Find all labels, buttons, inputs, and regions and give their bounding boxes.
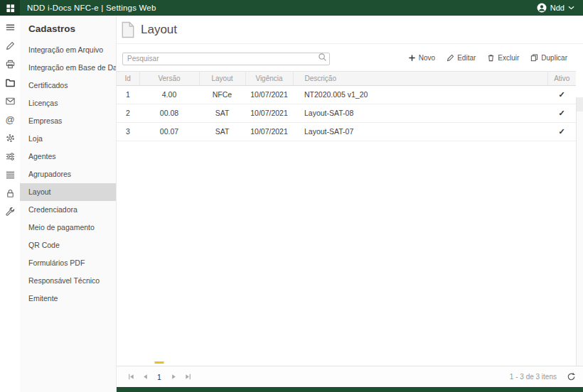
rows-icon[interactable] — [4, 170, 16, 180]
toolbar-row: Novo Editar Excluir — [122, 51, 577, 65]
cell-ativo: ✓ — [547, 85, 576, 104]
duplicar-button[interactable]: Duplicar — [530, 54, 567, 62]
user-name: Ndd — [550, 4, 565, 12]
cell-versao: 00.08 — [139, 104, 199, 122]
wrench-icon[interactable] — [4, 207, 16, 217]
content-area: Novo Editar Excluir — [117, 44, 583, 366]
column-header-id[interactable]: Id — [117, 71, 139, 85]
check-icon: ✓ — [558, 109, 565, 117]
sidebar-item-qr-code[interactable]: QR Code — [20, 236, 116, 254]
icon-rail: @ — [0, 16, 20, 392]
pager-info: 1 - 3 de 3 itens — [510, 373, 557, 381]
sidebar-menu: Integração em ArquivoIntegração em Base … — [20, 41, 116, 307]
sidebar-item-loja[interactable]: Loja — [20, 130, 116, 148]
trash-icon — [487, 54, 495, 62]
cell-layout: SAT — [199, 104, 245, 122]
search-box — [122, 51, 330, 65]
folder-icon[interactable] — [4, 77, 16, 88]
mail-icon[interactable] — [4, 96, 16, 107]
layout-table: Id Versão Layout Vigência Descrição Ativ… — [117, 71, 576, 141]
sidebar-item-responsavel-tecnico[interactable]: Responsável Técnico — [20, 272, 116, 290]
pager-page-1[interactable]: 1 — [152, 371, 166, 383]
editar-button[interactable]: Editar — [446, 54, 476, 62]
column-header-descricao[interactable]: Descrição — [293, 71, 547, 85]
apps-grid-icon — [6, 4, 15, 13]
column-header-versao[interactable]: Versão — [139, 71, 199, 85]
sidebar-item-credenciadora[interactable]: Credenciadora — [20, 201, 116, 219]
novo-label: Novo — [419, 54, 435, 62]
layout-table-body: 14.00NFCe10/07/2021NT2020.005 v1_20✓200.… — [117, 85, 576, 141]
table-row[interactable]: 300.07SAT10/07/2021Layout-SAT-07✓ — [117, 122, 576, 141]
app-title: NDD i-Docs NFC-e | Settings Web — [27, 4, 156, 12]
table-row[interactable]: 14.00NFCe10/07/2021NT2020.005 v1_20✓ — [117, 85, 576, 104]
cell-vigencia: 10/07/2021 — [245, 85, 293, 104]
sidebar-item-agrupadores[interactable]: Agrupadores — [20, 165, 116, 183]
column-header-ativo[interactable]: Ativo — [547, 71, 576, 85]
arrow-left-icon — [141, 373, 149, 381]
pager-right: 1 - 3 de 3 itens — [510, 372, 576, 381]
pen-icon[interactable] — [4, 40, 16, 51]
sidebar-item-licencas[interactable]: Licenças — [20, 94, 116, 112]
copy-icon — [530, 54, 538, 62]
excluir-button[interactable]: Excluir — [487, 54, 519, 62]
at-icon[interactable]: @ — [4, 114, 16, 125]
plus-icon — [408, 54, 416, 62]
sidebar-item-integracao-em-arquivo[interactable]: Integração em Arquivo — [20, 41, 116, 59]
cell-layout: SAT — [199, 122, 245, 141]
excluir-label: Excluir — [498, 54, 519, 62]
user-menu[interactable]: Ndd — [537, 3, 583, 13]
cell-descricao: Layout-SAT-08 — [293, 104, 547, 122]
cell-versao: 00.07 — [139, 122, 199, 141]
pencil-icon — [446, 54, 454, 62]
next-page-button[interactable] — [166, 371, 181, 383]
cell-versao: 4.00 — [139, 85, 199, 104]
table-row[interactable]: 200.08SAT10/07/2021Layout-SAT-08✓ — [117, 104, 576, 122]
sidebar-item-agentes[interactable]: Agentes — [20, 148, 116, 165]
chevron-down-icon — [568, 6, 574, 10]
sidebar-item-certificados[interactable]: Certificados — [20, 77, 116, 94]
sidebar: Cadastros Integração em ArquivoIntegraçã… — [20, 16, 117, 392]
current-page-number: 1 — [157, 373, 161, 381]
sidebar-item-layout[interactable]: Layout — [20, 183, 116, 201]
cell-id: 2 — [117, 104, 139, 122]
search-input[interactable] — [122, 53, 330, 65]
sidebar-item-empresas[interactable]: Empresas — [20, 112, 116, 130]
sidebar-item-formularios-pdf[interactable]: Formulários PDF — [20, 254, 116, 272]
cell-ativo: ✓ — [547, 104, 576, 122]
cell-ativo: ✓ — [547, 122, 576, 141]
seek-end-button[interactable] — [181, 371, 195, 383]
seek-first-button[interactable] — [124, 371, 138, 383]
cell-id: 3 — [117, 122, 139, 141]
duplicar-label: Duplicar — [541, 54, 567, 62]
sliders-icon[interactable] — [4, 151, 16, 162]
lock-icon[interactable] — [4, 188, 16, 199]
novo-button[interactable]: Novo — [408, 54, 435, 62]
cell-vigencia: 10/07/2021 — [245, 122, 293, 141]
printer-icon[interactable] — [4, 59, 16, 70]
seek-first-icon — [127, 373, 135, 381]
bottom-strip — [117, 387, 583, 392]
search-icon[interactable] — [318, 53, 327, 62]
pager: 1 1 - 3 de 3 itens — [117, 366, 583, 387]
menu-icon[interactable] — [4, 22, 16, 33]
page-header: Layout — [117, 16, 583, 44]
page-title: Layout — [141, 23, 177, 37]
cell-descricao: NT2020.005 v1_20 — [293, 85, 547, 104]
editar-label: Editar — [457, 54, 476, 62]
toolbar-buttons: Novo Editar Excluir — [408, 54, 567, 62]
apps-grid-button[interactable] — [0, 0, 20, 16]
user-avatar-icon — [537, 3, 547, 13]
shell: @ Cadastros Integração em ArquivoIntegra… — [0, 16, 583, 392]
sidebar-item-integracao-em-base-de-dados[interactable]: Integração em Base de Dados — [20, 59, 116, 77]
sidebar-item-meio-de-pagamento[interactable]: Meio de pagamento — [20, 219, 116, 236]
sidebar-item-emitente[interactable]: Emitente — [20, 290, 116, 307]
app-window: NDD i-Docs NFC-e | Settings Web Ndd — [0, 0, 583, 392]
check-icon: ✓ — [558, 127, 565, 136]
column-header-vigencia[interactable]: Vigência — [245, 71, 293, 85]
refresh-button[interactable] — [567, 372, 576, 381]
main-panel: Layout — [117, 16, 583, 392]
prev-page-button[interactable] — [138, 371, 152, 383]
gear-icon[interactable] — [4, 133, 16, 143]
column-header-layout[interactable]: Layout — [199, 71, 245, 85]
cell-descricao: Layout-SAT-07 — [293, 122, 547, 141]
